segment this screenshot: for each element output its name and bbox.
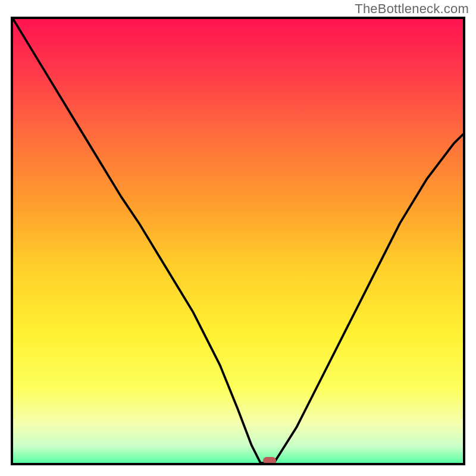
minimum-marker (263, 457, 276, 464)
bottleneck-curve (13, 19, 463, 463)
watermark-text: TheBottleneck.com (355, 1, 469, 17)
chart-frame (11, 17, 465, 465)
